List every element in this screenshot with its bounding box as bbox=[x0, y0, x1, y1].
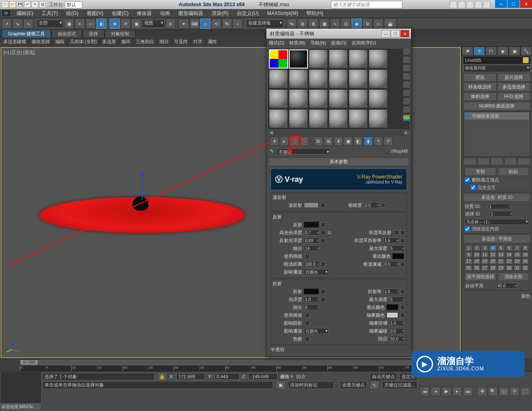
sg-29[interactable]: 29 bbox=[497, 265, 505, 271]
select-object-icon[interactable]: ▣ bbox=[64, 19, 74, 29]
ribbon-panel-edit[interactable]: 编辑 bbox=[53, 38, 67, 46]
material-slot[interactable] bbox=[309, 89, 328, 108]
add-time-tag[interactable]: 添加时间标记 bbox=[288, 381, 334, 389]
material-slot[interactable] bbox=[329, 69, 348, 88]
ribbon-tab-freeform[interactable]: 自由形式 bbox=[52, 29, 82, 38]
material-slot-2-selected[interactable] bbox=[289, 49, 308, 68]
material-slot[interactable] bbox=[289, 89, 308, 108]
select-region-icon[interactable]: ▭ bbox=[86, 19, 96, 29]
maximize-button[interactable]: ☐ bbox=[507, 0, 520, 8]
ribbon-panel-loops[interactable]: 循环 bbox=[119, 38, 133, 46]
diffuse-map-checkbox[interactable] bbox=[321, 203, 325, 208]
material-slot[interactable] bbox=[289, 69, 308, 88]
help-icon[interactable] bbox=[483, 1, 490, 8]
affectshadows-checkbox[interactable] bbox=[305, 321, 310, 325]
sg-24[interactable]: 24 bbox=[522, 258, 530, 264]
menu-create[interactable]: 创建(C) bbox=[108, 10, 133, 17]
extrude-button[interactable]: 挤出 bbox=[463, 73, 497, 82]
material-slot[interactable] bbox=[369, 89, 388, 108]
ribbon-panel-poly[interactable]: 多边形 bbox=[100, 38, 119, 46]
scroll-right-icon[interactable]: ▸ bbox=[403, 130, 409, 136]
material-slot-1[interactable] bbox=[269, 49, 288, 68]
rendered-frame-icon[interactable]: ▭ bbox=[373, 19, 383, 29]
key-filters-button[interactable]: 关键点过滤器... bbox=[382, 381, 417, 389]
autosmooth-spinner[interactable]: 45.0 bbox=[496, 283, 517, 289]
roughness-map-checkbox[interactable] bbox=[381, 203, 385, 208]
sg-20[interactable]: 20 bbox=[489, 258, 497, 264]
sg-28[interactable]: 28 bbox=[489, 265, 497, 271]
material-name-field[interactable]: 不锈钢 bbox=[276, 148, 330, 154]
search-icon[interactable] bbox=[450, 1, 457, 8]
pin-stack-icon[interactable] bbox=[463, 158, 476, 165]
fresnel-ior-map-checkbox[interactable] bbox=[400, 238, 405, 243]
fogcolor-swatch[interactable] bbox=[387, 312, 398, 318]
sg-26[interactable]: 26 bbox=[473, 265, 481, 271]
useinterp-checkbox[interactable] bbox=[305, 254, 310, 259]
diffuse-color-swatch[interactable] bbox=[304, 202, 319, 208]
next-frame-icon[interactable]: ▸ bbox=[452, 387, 462, 396]
favorites-icon[interactable] bbox=[475, 1, 482, 8]
layers-icon[interactable]: ≣ bbox=[308, 19, 318, 29]
make-unique-icon2[interactable] bbox=[490, 158, 503, 165]
material-editor-maximize[interactable]: ☐ bbox=[391, 30, 400, 37]
modifier-list-combo[interactable]: 修改器列表 bbox=[463, 65, 530, 72]
affect-channels-combo[interactable]: 仅颜色 bbox=[304, 269, 329, 275]
exitcolor-swatch[interactable] bbox=[392, 253, 404, 259]
modifier-toggle-icon[interactable] bbox=[466, 114, 470, 118]
material-slot[interactable] bbox=[349, 49, 368, 68]
fresnel-map-checkbox[interactable] bbox=[400, 230, 405, 235]
unlink-icon[interactable]: ⇘ bbox=[12, 19, 22, 29]
put-to-library-icon[interactable]: ⬇ bbox=[334, 137, 343, 146]
link-icon[interactable]: ⇗ bbox=[2, 19, 12, 29]
mat-menu-navigation[interactable]: 导航(N) bbox=[310, 40, 326, 46]
motion-tab-icon[interactable]: ◉ bbox=[497, 46, 509, 56]
fogbias-spinner[interactable]: 0.0 bbox=[389, 328, 405, 334]
fresnel-checkbox[interactable] bbox=[394, 230, 399, 235]
poly-select-button[interactable]: 多边形选择 bbox=[498, 83, 531, 91]
select-by-mat-icon[interactable] bbox=[403, 106, 410, 113]
polygon-material-id-rollout[interactable]: 多边形: 材质 ID bbox=[463, 193, 530, 202]
play-icon[interactable]: ▶ bbox=[441, 387, 451, 396]
prev-frame-icon[interactable]: ◂ bbox=[431, 387, 441, 396]
hierarchy-tab-icon[interactable]: ⛫ bbox=[485, 46, 497, 56]
spline-select-button[interactable]: 样条线选择 bbox=[463, 83, 497, 91]
sample-uv-icon[interactable] bbox=[403, 73, 410, 80]
menu-modifiers[interactable]: 修改器 bbox=[133, 10, 156, 17]
render-production-icon[interactable]: ☕ bbox=[384, 19, 397, 29]
ribbon-tab-paint[interactable]: 对象绘制 bbox=[105, 29, 135, 38]
material-slot[interactable] bbox=[349, 109, 368, 128]
menu-tools[interactable]: 工具(T) bbox=[37, 10, 62, 17]
material-slot-scrollbar[interactable]: ◂▸ bbox=[268, 130, 409, 136]
menu-rendering[interactable]: 渲染(R) bbox=[207, 10, 233, 17]
rollout-basic-params[interactable]: 基本参数 bbox=[268, 157, 409, 166]
glossiness-spinner[interactable]: 1.0 bbox=[304, 296, 320, 302]
material-slot[interactable] bbox=[329, 49, 348, 68]
sg-7[interactable]: 7 bbox=[513, 245, 521, 251]
ribbon-panel-props[interactable]: 属性 bbox=[205, 38, 220, 46]
rmaxdepth-spinner[interactable]: 5 bbox=[389, 296, 405, 302]
set-id-spinner[interactable]: 1 bbox=[488, 203, 511, 209]
configure-sets-icon[interactable] bbox=[517, 158, 530, 165]
scale-icon[interactable]: ▣ bbox=[131, 19, 141, 29]
material-map-navigator-icon[interactable] bbox=[403, 114, 410, 122]
options-icon[interactable] bbox=[403, 98, 410, 105]
key-mode-icon[interactable]: ∿ bbox=[369, 380, 379, 389]
ribbon-panel-tri[interactable]: 三角剖分 bbox=[133, 38, 157, 46]
remove-modifier-icon[interactable] bbox=[504, 158, 517, 165]
qat-save-icon[interactable]: 💾 bbox=[17, 1, 23, 8]
material-id-icon[interactable]: ▣ bbox=[344, 137, 353, 146]
modifier-stack[interactable]: 可编辑多边形 bbox=[463, 111, 530, 157]
isolate-toggle-icon[interactable]: ▣ bbox=[276, 380, 286, 389]
sg-22[interactable]: 22 bbox=[505, 258, 513, 264]
menu-customize[interactable]: 自定义(U) bbox=[233, 10, 263, 17]
material-slot[interactable] bbox=[309, 69, 328, 88]
material-slot[interactable] bbox=[269, 69, 288, 88]
percent-snap-icon[interactable]: % bbox=[222, 19, 232, 29]
subscription-icon[interactable] bbox=[458, 1, 466, 8]
sg-30[interactable]: 30 bbox=[505, 265, 513, 271]
mat-menu-material[interactable]: 材质(M) bbox=[289, 40, 305, 46]
orbit-icon[interactable]: ⟳ bbox=[510, 387, 520, 396]
utilities-tab-icon[interactable]: 🔧 bbox=[520, 46, 532, 56]
sg-5[interactable]: 5 bbox=[497, 245, 505, 251]
sg-1[interactable]: 1 bbox=[465, 245, 473, 251]
